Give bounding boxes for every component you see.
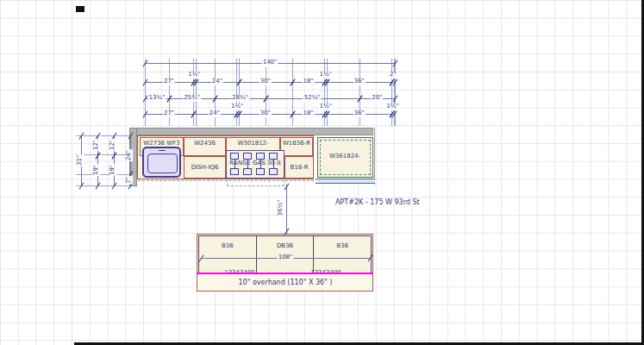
dim-extension-line <box>76 174 136 175</box>
cabinet-label: B36 <box>222 243 234 249</box>
overhang-line <box>197 273 373 274</box>
dim-extension-line <box>145 59 146 126</box>
dim-extension-line <box>196 59 197 126</box>
dim-label: 30" <box>259 110 272 117</box>
island-width-dim-label: 108" <box>278 254 294 261</box>
dim-label: 24" <box>211 78 223 85</box>
dim-label: 7" <box>126 176 133 185</box>
dim-label: 18" <box>302 78 314 85</box>
project-label: APT#2K - 175 W 93rd St <box>335 198 420 206</box>
faucet-icon <box>159 150 166 151</box>
cabinet-label: W2736 WF3 <box>143 141 179 147</box>
dim-label: 36" <box>353 78 366 85</box>
dim-label: 12" <box>109 139 116 151</box>
counter-band <box>316 179 375 184</box>
dim-label: 25¾" <box>183 95 201 102</box>
dim-extension-line <box>394 59 395 126</box>
dim-label: 31" <box>77 154 84 166</box>
island-cabinet-b36-left[interactable]: B36 <box>199 236 257 273</box>
wall-right-edge <box>374 128 375 185</box>
overhang-note: 10" overhand (110" X 36" ) <box>238 279 334 287</box>
sink-basin <box>147 154 178 173</box>
gap-dim-label: 36½" <box>278 199 284 217</box>
dim-label: 18" <box>302 110 314 117</box>
dim-label: 1½" <box>187 72 201 78</box>
cabinet-label: B36 <box>336 243 348 249</box>
dim-label: 24" <box>126 148 133 160</box>
dim-label: 1½" <box>318 104 332 110</box>
dim-extension-line <box>76 185 136 186</box>
dim-label: 1½" <box>318 72 332 78</box>
dim-label: 20" <box>371 95 383 102</box>
dim-label: 1½" <box>230 104 244 110</box>
dim-label: 27" <box>163 110 175 117</box>
wall-top[interactable] <box>129 128 373 135</box>
gap-dim-line <box>286 185 287 234</box>
dim-extension-line <box>395 59 396 126</box>
dim-extension-line <box>239 59 240 126</box>
dim-extension-line <box>327 59 328 126</box>
design-canvas[interactable]: W2736 WF3 W2436 W301812- W1836-R DISH-IQ… <box>0 0 644 345</box>
dim-label: 36" <box>353 110 366 117</box>
dim-extension-line <box>193 59 194 126</box>
cabinet-label: W361824- <box>328 154 361 160</box>
dim-label: 13½" <box>148 95 166 102</box>
cabinet-w1836r[interactable]: W1836-R <box>280 137 313 156</box>
cabinet-label: B18-R <box>290 165 308 171</box>
counter-dashed-bump <box>227 180 284 186</box>
dim-label: 27" <box>163 78 175 85</box>
dim-label: 1½" <box>385 104 399 110</box>
cabinet-label: DISH-IQ6 <box>191 165 219 171</box>
dim-label: 12" <box>93 139 100 151</box>
dim-label: 2" <box>389 72 397 78</box>
window-corner-mark <box>76 6 84 12</box>
island-cabinet-b36-right[interactable]: B36 <box>314 236 371 273</box>
range-label: RANGE GAS 30-S <box>228 160 281 167</box>
cabinet-w2436[interactable]: W2436 <box>184 137 226 156</box>
cabinet-dishwasher[interactable]: DISH-IQ6 <box>184 156 226 179</box>
dim-label: 19" <box>93 164 100 176</box>
dim-label: 30" <box>259 78 272 85</box>
dim-extension-line <box>76 135 136 136</box>
cabinet-label: W1836-R <box>283 141 310 147</box>
dim-label: 140" <box>262 60 278 66</box>
cabinet-label: W2436 <box>194 141 216 147</box>
dim-label: 28¼" <box>231 95 249 102</box>
counter-dashed-edge <box>138 180 314 181</box>
cabinet-label: DB36 <box>277 243 293 249</box>
dim-label: 19" <box>109 164 116 176</box>
cabinet-label: W301812- <box>237 141 268 147</box>
dim-extension-line <box>292 59 293 126</box>
cabinet-b18r[interactable]: B18-R <box>284 156 314 179</box>
dim-label: 24" <box>209 110 221 117</box>
dim-label: 52½" <box>303 95 322 102</box>
